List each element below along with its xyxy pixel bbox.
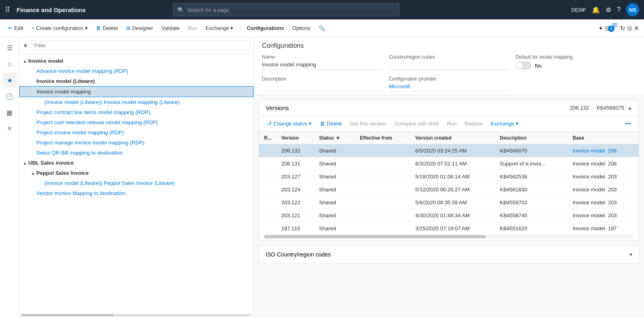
refresh-icon[interactable]: ↻ <box>620 25 625 32</box>
cell-effective-from <box>355 157 410 170</box>
table-row[interactable]: 203.127 Shared 5/18/2020 01:06:14 AM KB4… <box>259 170 639 183</box>
col-version-created: Version created <box>410 132 495 144</box>
cell-base: Invoice model 203 <box>568 170 639 183</box>
table-row[interactable]: 206.132 Shared 6/5/2020 03:24:25 AM KB45… <box>259 144 639 157</box>
avatar[interactable]: NS <box>626 3 639 16</box>
name-label: Name <box>262 54 382 60</box>
versions-trash-icon: 🗑 <box>320 121 325 127</box>
tree-item-project-contract[interactable]: Project contract line items model mappin… <box>19 107 253 117</box>
table-row[interactable]: 203.122 Shared 5/6/2020 08:35:39 AM KB45… <box>259 196 639 209</box>
content-panel: Configurations Name Invoice model mappin… <box>254 37 644 318</box>
exchange-button[interactable]: Exchange ▾ <box>203 23 237 33</box>
help-icon[interactable]: ? <box>617 6 621 13</box>
tree-item-invoice-model[interactable]: ▲Invoice model <box>19 56 253 66</box>
versions-collapse-button[interactable]: ▲ <box>627 105 632 111</box>
sidebar-list-icon[interactable]: ≡ <box>2 121 17 136</box>
tree-item-peppol-litware[interactable]: (Invoice model (Litware)) Peppol Sales I… <box>19 178 253 188</box>
cell-version-created: 3/25/2020 07:19:07 AM <box>410 222 495 235</box>
cell-version-created: 6/3/2020 07:01:11 AM <box>410 157 495 170</box>
cell-base: Invoice model 203 <box>568 196 639 209</box>
sidebar-menu-icon[interactable]: ☰ <box>2 40 17 55</box>
cell-status: Shared <box>314 196 355 209</box>
filter-input[interactable] <box>31 40 250 51</box>
tree-item-swiss-qr[interactable]: Swiss QR-Bill mapping to destination <box>19 148 253 158</box>
tree-item-ubl-sales[interactable]: ▲UBL Sales invoice <box>19 158 253 168</box>
sidebar-clock-icon[interactable]: 🕐 <box>2 89 17 104</box>
compare-with-draft-button[interactable]: Compare with draft <box>391 119 442 128</box>
tree-item-invoice-litware-sub[interactable]: (Invoice model (Litware)) Invoice model … <box>19 97 253 107</box>
get-this-version-button[interactable]: Get this version <box>346 119 389 128</box>
table-row[interactable]: 206.131 Shared 6/3/2020 07:01:11 AM Supp… <box>259 157 639 170</box>
country-value <box>389 61 509 70</box>
designer-button[interactable]: ⊞ Designer <box>123 23 156 33</box>
versions-exchange-button[interactable]: Exchange ▾ <box>488 119 522 128</box>
create-config-button[interactable]: + Create configuration ▾ <box>28 23 91 33</box>
tree-item-label: Invoice model <box>28 58 250 64</box>
config-header-title: Configurations <box>262 42 636 49</box>
rebase-button[interactable]: Rebase <box>461 119 486 128</box>
sidebar-grid-icon[interactable]: ▦ <box>2 105 17 120</box>
tree-item-project-invoice[interactable]: Project invoice model mapping (RDP) <box>19 127 253 138</box>
cell-version-created: 5/6/2020 08:35:39 AM <box>410 196 495 209</box>
sidebar-star-icon[interactable]: ★ <box>2 73 17 87</box>
notification-icon[interactable]: 🔔 <box>592 6 600 14</box>
versions-delete-button[interactable]: 🗑 Delete <box>317 119 345 128</box>
favorites-icon[interactable]: ✦ <box>598 25 604 32</box>
tree-item-advance-invoice[interactable]: Advance invoice model mapping (RDP) <box>19 66 253 76</box>
cell-description: KB4558745 <box>495 209 568 222</box>
cell-r <box>259 157 277 170</box>
col-effective-from: Effective from <box>355 132 410 144</box>
configurations-button[interactable]: Configurations <box>243 23 287 33</box>
tree-item-project-manage[interactable]: Project manage invoice model mapping (RD… <box>19 138 253 148</box>
trash-icon: 🗑 <box>96 25 101 31</box>
close-icon[interactable]: ✕ <box>634 25 639 32</box>
tree-item-invoice-model-litware[interactable]: Invoice model (Litware) <box>19 76 253 86</box>
status-filter-icon[interactable]: ▼ <box>336 135 340 141</box>
default-toggle[interactable] <box>515 61 532 70</box>
table-row[interactable]: 203.124 Shared 5/12/2020 06:26:27 AM KB4… <box>259 183 639 196</box>
table-scrollbar[interactable] <box>264 235 634 238</box>
change-status-button[interactable]: ↺ Change status ▾ <box>264 119 315 128</box>
versions-table-container: R... Version Status ▼ Effective from Ver… <box>259 132 639 235</box>
delete-button[interactable]: 🗑 Delete <box>93 23 121 33</box>
cell-description: KB4551620 <box>495 222 568 235</box>
cell-r <box>259 196 277 209</box>
cell-base: Invoice model 206 <box>568 144 639 157</box>
search-cmd-button[interactable]: 🔍 <box>315 23 328 33</box>
validate-button[interactable]: Validate <box>158 23 183 33</box>
tree-item-invoice-model-mapping[interactable]: Invoice model mapping <box>19 86 253 97</box>
cell-version: 197.115 <box>277 222 315 235</box>
cmd-right-icons: ✦ ⊡ ⊞ 0 ↻ ⊙ ✕ <box>598 21 639 35</box>
options-button[interactable]: Options <box>289 23 314 33</box>
iso-expand-icon[interactable]: ▾ <box>629 251 632 258</box>
expand-icon: ▲ <box>23 161 28 165</box>
table-row[interactable]: 197.115 Shared 3/25/2020 07:19:07 AM KB4… <box>259 222 639 235</box>
run-button[interactable]: Run <box>185 23 201 33</box>
cell-version: 203.127 <box>277 170 315 183</box>
search-bar[interactable]: 🔍 Search for a page <box>173 3 399 16</box>
tree-item-project-cust-retention[interactable]: Project cust retention release model map… <box>19 117 253 127</box>
cell-status: Shared <box>314 222 355 235</box>
provider-value[interactable]: Microsoft <box>389 83 509 91</box>
tree-item-vendor-invoice[interactable]: Vendor invoice Mapping to destination <box>19 188 253 198</box>
tree-item-label: Project cust retention release model map… <box>36 119 250 125</box>
window-icon[interactable]: ⊙ <box>627 25 632 32</box>
tree-scrollbar <box>21 314 252 316</box>
cell-version-created: 5/12/2020 06:26:27 AM <box>410 183 495 196</box>
cell-effective-from <box>355 209 410 222</box>
versions-run-button[interactable]: Run <box>444 119 460 128</box>
description-label: Description <box>262 76 382 82</box>
tree-item-label: Invoice model (Litware) <box>36 78 250 84</box>
more-options-button[interactable]: ••• <box>622 119 634 128</box>
cell-version-created: 4/30/2020 01:48:34 AM <box>410 209 495 222</box>
cell-version: 203.121 <box>277 209 315 222</box>
settings-icon[interactable]: ⚙ <box>606 6 611 14</box>
country-field: Country/region codes <box>389 54 509 70</box>
sidebar-home-icon[interactable]: ⌂ <box>2 57 17 71</box>
default-field: Default for model mapping No <box>515 54 636 70</box>
edit-button[interactable]: ✏ Edit <box>5 23 26 33</box>
grid-icon[interactable]: ⠿ <box>5 5 10 14</box>
table-row[interactable]: 203.121 Shared 4/30/2020 01:48:34 AM KB4… <box>259 209 639 222</box>
search-cmd-icon: 🔍 <box>319 25 325 31</box>
tree-item-peppol-sales[interactable]: ▲Peppol Sales Invoice <box>19 168 253 178</box>
